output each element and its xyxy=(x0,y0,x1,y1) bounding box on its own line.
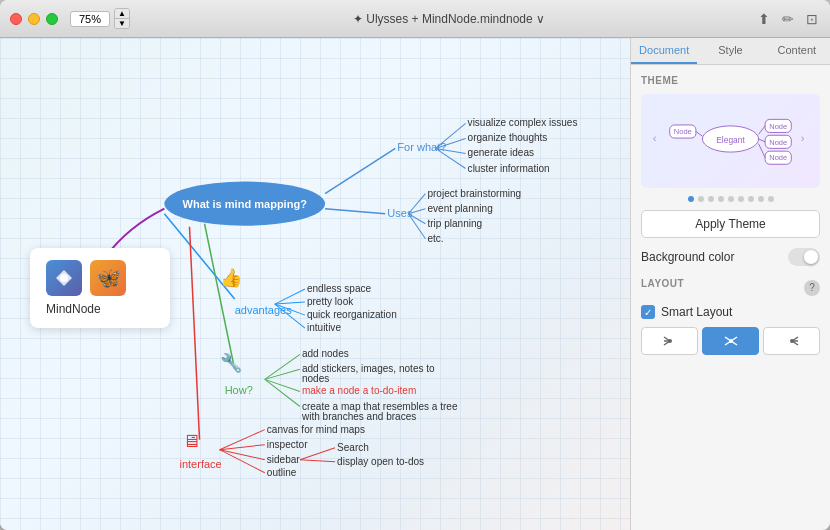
share-button[interactable]: ⬆ xyxy=(756,11,772,27)
smart-layout-row: ✓ Smart Layout xyxy=(641,305,820,319)
svg-text:advantages: advantages xyxy=(235,304,293,316)
app-window: ▲ ▼ ✦ Ulysses + MindNode.mindnode ∨ ⬆ ✏ … xyxy=(0,0,830,530)
svg-text:🖥: 🖥 xyxy=(182,431,200,451)
theme-section-title: THEME xyxy=(641,75,820,86)
svg-line-71 xyxy=(759,126,766,134)
svg-text:make a node a to-do-item: make a node a to-do-item xyxy=(302,385,416,396)
svg-line-59 xyxy=(300,460,335,462)
svg-text:quick reorganization: quick reorganization xyxy=(307,309,397,320)
theme-dot-7[interactable] xyxy=(748,196,754,202)
zoom-down-icon[interactable]: ▼ xyxy=(115,19,129,28)
bg-color-toggle[interactable] xyxy=(788,248,820,266)
titlebar: ▲ ▼ ✦ Ulysses + MindNode.mindnode ∨ ⬆ ✏ … xyxy=(0,0,830,38)
layout-option-right[interactable] xyxy=(763,327,820,355)
svg-text:🔧: 🔧 xyxy=(220,352,243,374)
zoom-control: ▲ ▼ xyxy=(70,8,130,29)
ulysses-icon: 🦋 xyxy=(90,260,126,296)
svg-text:interface: interface xyxy=(179,458,221,470)
theme-dot-6[interactable] xyxy=(738,196,744,202)
svg-text:generate ideas: generate ideas xyxy=(468,147,534,158)
theme-dot-5[interactable] xyxy=(728,196,734,202)
svg-text:outline: outline xyxy=(267,467,297,478)
apply-theme-button[interactable]: Apply Theme xyxy=(641,210,820,238)
window-title: ✦ Ulysses + MindNode.mindnode ∨ xyxy=(142,12,756,26)
svg-text:visualize complex issues: visualize complex issues xyxy=(468,117,578,128)
svg-line-53 xyxy=(220,450,265,460)
minimize-button[interactable] xyxy=(28,13,40,25)
layout-options xyxy=(641,327,820,355)
svg-line-25 xyxy=(275,289,305,304)
svg-line-20 xyxy=(408,214,425,239)
layout-option-center[interactable] xyxy=(702,327,759,355)
toggle-knob xyxy=(804,250,818,264)
svg-point-62 xyxy=(60,274,68,282)
window-button[interactable]: ⊡ xyxy=(804,11,820,27)
right-panel: Document Style Content THEME xyxy=(630,38,830,530)
close-button[interactable] xyxy=(10,13,22,25)
svg-text:sidebar: sidebar xyxy=(267,454,301,465)
svg-text:cluster information: cluster information xyxy=(468,163,550,174)
svg-text:Node: Node xyxy=(769,122,787,131)
svg-text:etc.: etc. xyxy=(427,233,443,244)
edit-button[interactable]: ✏ xyxy=(780,11,796,27)
svg-text:intuitive: intuitive xyxy=(307,322,341,333)
tab-document[interactable]: Document xyxy=(631,38,697,64)
svg-line-38 xyxy=(265,369,300,379)
theme-dot-4[interactable] xyxy=(718,196,724,202)
theme-preview[interactable]: ‹ Elegant Node Node Node xyxy=(641,94,820,188)
svg-text:nodes: nodes xyxy=(302,373,329,384)
svg-text:›: › xyxy=(801,132,805,144)
svg-line-12 xyxy=(325,209,385,214)
svg-text:inspector: inspector xyxy=(267,439,308,450)
layout-option-left[interactable] xyxy=(641,327,698,355)
layout-section-title: LAYOUT xyxy=(641,278,684,289)
svg-text:Node: Node xyxy=(674,127,692,136)
main-content: What is mind mapping? For what? visualiz… xyxy=(0,38,830,530)
smart-layout-checkbox[interactable]: ✓ xyxy=(641,305,655,319)
svg-text:event planning: event planning xyxy=(427,203,492,214)
svg-text:pretty look: pretty look xyxy=(307,296,354,307)
theme-dot-9[interactable] xyxy=(768,196,774,202)
mindnode-card-title: MindNode xyxy=(46,302,154,316)
zoom-input[interactable] xyxy=(70,11,110,27)
zoom-up-icon[interactable]: ▲ xyxy=(115,9,129,19)
layout-section: LAYOUT ? ✓ Smart Layout xyxy=(641,278,820,355)
svg-line-55 xyxy=(220,450,265,473)
svg-line-36 xyxy=(265,354,300,379)
layout-header: LAYOUT ? xyxy=(641,278,820,297)
svg-text:Node: Node xyxy=(769,154,787,163)
svg-point-91 xyxy=(790,339,794,343)
mindnode-card: 🦋 MindNode xyxy=(30,248,170,328)
theme-dot-1[interactable] xyxy=(688,196,694,202)
theme-dot-3[interactable] xyxy=(708,196,714,202)
svg-text:with branches and braces: with branches and braces xyxy=(301,411,416,422)
svg-text:What is mind mapping?: What is mind mapping? xyxy=(183,198,308,210)
theme-dot-8[interactable] xyxy=(758,196,764,202)
zoom-stepper[interactable]: ▲ ▼ xyxy=(114,8,130,29)
svg-line-4 xyxy=(435,123,465,148)
theme-dots xyxy=(641,196,820,202)
svg-text:canvas for mind maps: canvas for mind maps xyxy=(267,424,365,435)
svg-text:‹: ‹ xyxy=(653,132,657,144)
svg-text:Node: Node xyxy=(769,138,787,147)
svg-line-33 xyxy=(205,224,235,370)
svg-line-46 xyxy=(189,227,199,440)
smart-layout-label: Smart Layout xyxy=(661,305,732,319)
mindmap-canvas[interactable]: What is mind mapping? For what? visualiz… xyxy=(0,38,630,530)
theme-dot-2[interactable] xyxy=(698,196,704,202)
svg-line-74 xyxy=(759,139,766,142)
tab-style[interactable]: Style xyxy=(697,38,763,64)
help-icon[interactable]: ? xyxy=(804,280,820,296)
bg-color-row: Background color xyxy=(641,248,820,266)
svg-text:project brainstorming: project brainstorming xyxy=(427,188,521,199)
svg-text:trip planning: trip planning xyxy=(427,218,482,229)
svg-point-87 xyxy=(729,339,733,343)
tab-content[interactable]: Content xyxy=(764,38,830,64)
panel-tabs: Document Style Content xyxy=(631,38,830,65)
mindnode-icon xyxy=(46,260,82,296)
svg-text:add nodes: add nodes xyxy=(302,348,349,359)
svg-text:👍: 👍 xyxy=(220,267,243,289)
svg-text:How?: How? xyxy=(225,384,253,396)
maximize-button[interactable] xyxy=(46,13,58,25)
svg-line-77 xyxy=(759,144,766,158)
